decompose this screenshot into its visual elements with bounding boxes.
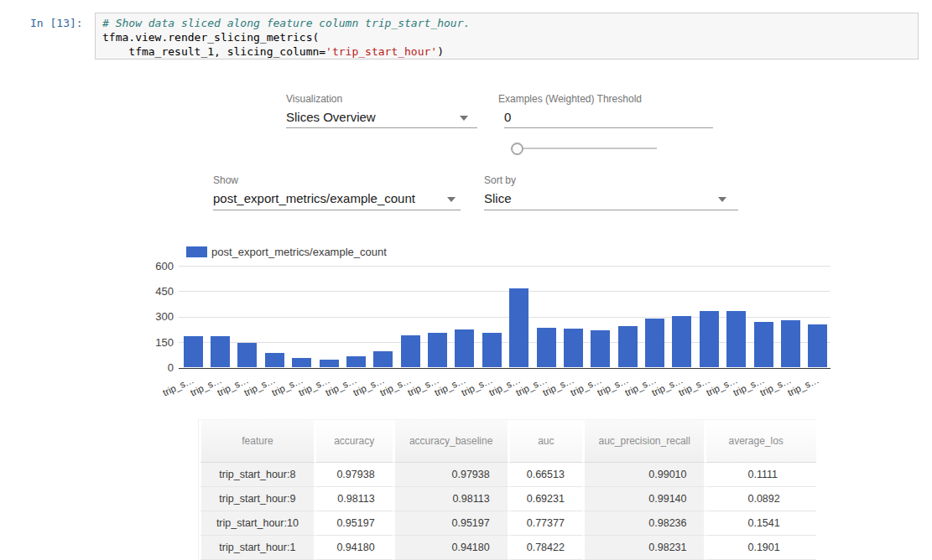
metric-cell: 0.95197 bbox=[393, 511, 510, 536]
bar-11[interactable] bbox=[482, 333, 502, 367]
metric-cell: 0.77377 bbox=[510, 511, 582, 536]
code-line3-post: ) bbox=[437, 45, 444, 58]
metrics-table: featureaccuracyaccuracy_baselineaucauc_p… bbox=[198, 419, 816, 560]
code-comment: # Show data sliced along feature column … bbox=[102, 17, 470, 29]
metric-cell: 0.98231 bbox=[582, 536, 707, 560]
metric-cell: 0.94180 bbox=[393, 536, 510, 560]
table-header-row: featureaccuracyaccuracy_baselineaucauc_p… bbox=[199, 420, 816, 463]
column-header-feature[interactable]: feature bbox=[199, 420, 316, 463]
table-row: trip_start_hour:80.979380.979380.665130.… bbox=[199, 463, 816, 487]
bar-0[interactable] bbox=[184, 336, 203, 368]
y-axis-tick-label: 300 bbox=[134, 310, 174, 323]
cell-execution-prompt: In [13]: bbox=[30, 17, 83, 29]
threshold-slider-knob[interactable] bbox=[511, 143, 523, 155]
feature-cell: trip_start_hour:8 bbox=[199, 463, 316, 487]
bar-2[interactable] bbox=[237, 343, 257, 368]
metric-cell: 0.98113 bbox=[316, 487, 393, 511]
visualization-dropdown[interactable]: Slices Overview bbox=[286, 110, 376, 124]
column-header-auc_precision_recall[interactable]: auc_precision_recall bbox=[582, 420, 707, 463]
feature-cell: trip_start_hour:1 bbox=[199, 536, 316, 560]
y-axis-tick-label: 600 bbox=[134, 260, 174, 272]
metric-cell: 0.97938 bbox=[316, 463, 393, 487]
chevron-down-icon[interactable] bbox=[447, 197, 456, 202]
show-underline bbox=[213, 210, 461, 210]
metric-cell: 0.1541 bbox=[706, 511, 816, 536]
chevron-down-icon[interactable] bbox=[718, 197, 726, 202]
bar-10[interactable] bbox=[455, 329, 474, 368]
bar-9[interactable] bbox=[428, 333, 447, 367]
code-line2: tfma.view.render_slicing_metrics( bbox=[102, 31, 319, 44]
bar-17[interactable] bbox=[645, 319, 664, 367]
table-row: trip_start_hour:90.981130.981130.692310.… bbox=[199, 487, 816, 511]
x-axis-baseline bbox=[179, 368, 830, 369]
bar-16[interactable] bbox=[618, 326, 638, 368]
bar-7[interactable] bbox=[373, 351, 393, 367]
sort-by-underline bbox=[484, 210, 738, 210]
show-dropdown[interactable]: post_export_metrics/example_count bbox=[213, 191, 415, 205]
y-axis-tick-label: 150 bbox=[134, 336, 174, 349]
bar-4[interactable] bbox=[292, 358, 311, 368]
bar-12[interactable] bbox=[509, 288, 528, 367]
bar-6[interactable] bbox=[346, 356, 366, 368]
metric-cell: 0.66513 bbox=[510, 463, 582, 487]
metric-cell: 0.98113 bbox=[393, 487, 510, 511]
metric-cell: 0.95197 bbox=[316, 511, 393, 536]
metric-cell: 0.78422 bbox=[510, 536, 582, 560]
column-header-auc[interactable]: auc bbox=[510, 420, 582, 463]
code-editor[interactable]: # Show data sliced along feature column … bbox=[95, 13, 919, 60]
feature-cell: trip_start_hour:10 bbox=[199, 511, 316, 536]
bar-21[interactable] bbox=[754, 322, 773, 368]
threshold-underline bbox=[504, 127, 713, 128]
code-line3-pre: tfma_result_1, slicing_column= bbox=[102, 45, 325, 58]
sort-by-dropdown[interactable]: Slice bbox=[484, 191, 512, 205]
metric-cell: 0.99140 bbox=[582, 487, 707, 511]
table-row: trip_start_hour:100.951970.951970.773770… bbox=[199, 511, 816, 536]
bar-3[interactable] bbox=[265, 353, 284, 368]
metric-cell: 0.69231 bbox=[510, 487, 582, 511]
bar-19[interactable] bbox=[700, 311, 719, 368]
bar-15[interactable] bbox=[591, 330, 610, 368]
visualization-underline bbox=[286, 127, 477, 128]
metric-cell: 0.99010 bbox=[582, 463, 707, 487]
y-axis-tick-label: 450 bbox=[134, 285, 174, 298]
gridline bbox=[179, 291, 830, 292]
sort-by-label: Sort by bbox=[484, 174, 516, 186]
bar-18[interactable] bbox=[672, 316, 691, 367]
bar-1[interactable] bbox=[211, 336, 230, 368]
bar-8[interactable] bbox=[401, 335, 420, 367]
bar-14[interactable] bbox=[564, 329, 583, 368]
y-axis-tick-label: 0 bbox=[134, 361, 174, 374]
legend-label: post_export_metrics/example_count bbox=[211, 246, 387, 258]
column-header-average_los[interactable]: average_los bbox=[706, 420, 816, 463]
visualization-label: Visualization bbox=[286, 93, 342, 105]
bar-13[interactable] bbox=[537, 328, 556, 368]
column-header-accuracy[interactable]: accuracy bbox=[316, 420, 393, 463]
threshold-slider-track[interactable] bbox=[522, 148, 657, 149]
threshold-input[interactable]: 0 bbox=[504, 110, 511, 124]
table-row: trip_start_hour:10.941800.941800.784220.… bbox=[199, 536, 816, 560]
bar-23[interactable] bbox=[808, 324, 827, 367]
chevron-down-icon[interactable] bbox=[460, 116, 468, 121]
metric-cell: 0.98236 bbox=[582, 511, 707, 536]
bar-22[interactable] bbox=[781, 320, 800, 367]
notebook-page: In [13]: # Show data sliced along featur… bbox=[0, 0, 932, 560]
column-header-accuracy_baseline[interactable]: accuracy_baseline bbox=[393, 420, 510, 463]
gridline bbox=[179, 266, 830, 267]
bar-20[interactable] bbox=[726, 311, 746, 368]
legend-swatch bbox=[186, 246, 207, 257]
show-label: Show bbox=[213, 174, 238, 186]
bar-5[interactable] bbox=[320, 360, 339, 367]
metric-cell: 0.94180 bbox=[316, 536, 393, 560]
feature-cell: trip_start_hour:9 bbox=[199, 487, 316, 511]
metric-cell: 0.0892 bbox=[706, 487, 816, 511]
metric-cell: 0.97938 bbox=[393, 463, 510, 487]
metric-cell: 0.1111 bbox=[706, 463, 816, 487]
metric-cell: 0.1901 bbox=[706, 536, 816, 560]
threshold-label: Examples (Weighted) Threshold bbox=[498, 93, 642, 105]
code-string-literal: 'trip_start_hour' bbox=[325, 45, 437, 58]
